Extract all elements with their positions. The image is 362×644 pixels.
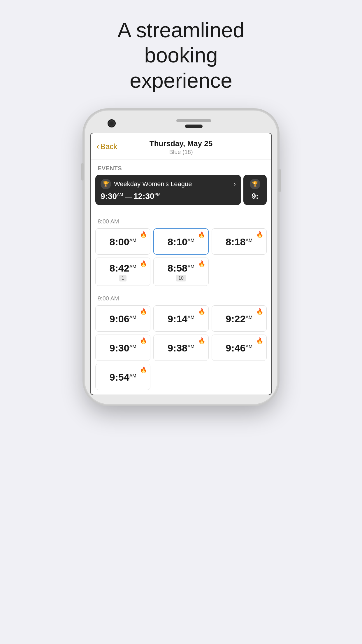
slot-time-0-2: 8:18AM	[226, 236, 252, 248]
page-headline: A streamlined booking experience	[79, 18, 283, 93]
slot-badge: 10	[176, 275, 186, 281]
app-header: ‹ Back Thursday, May 25 Blue (18)	[91, 133, 271, 160]
event-card-main[interactable]: 🏆 Weekday Women's League › 9:30AM — 12:3…	[95, 175, 241, 205]
back-button[interactable]: ‹ Back	[96, 142, 117, 151]
slot-cell-0-3[interactable]: 🔥8:42AM1	[95, 258, 150, 286]
slot-cell-1-5[interactable]: 🔥9:46AM	[212, 335, 267, 361]
speaker	[176, 119, 211, 122]
back-chevron-icon: ‹	[96, 142, 99, 151]
time-section-label-0: 8:00 AM	[91, 216, 271, 228]
event-start-time: 9:30AM	[101, 192, 123, 201]
back-label: Back	[100, 142, 117, 151]
slots-grid-1: 🔥9:06AM🔥9:14AM🔥9:22AM🔥9:30AM🔥9:38AM🔥9:46…	[91, 305, 271, 395]
slot-cell-1-6[interactable]: 🔥9:54AM	[95, 364, 150, 390]
slot-cell-1-3[interactable]: 🔥9:30AM	[95, 335, 150, 361]
fire-icon: 🔥	[256, 231, 263, 238]
time-section-1: 9:00 AM🔥9:06AM🔥9:14AM🔥9:22AM🔥9:30AM🔥9:38…	[91, 290, 271, 395]
header-title: Thursday, May 25	[98, 139, 264, 148]
slot-cell-1-1[interactable]: 🔥9:14AM	[153, 305, 208, 332]
slot-time-0-0: 8:00AM	[110, 236, 136, 248]
event-time-dash: —	[125, 192, 132, 201]
slot-time-1-2: 9:22AM	[226, 313, 252, 325]
header-subtitle: Blue (18)	[98, 149, 264, 155]
slots-grid-0: 🔥8:00AM🔥8:10AM🔥8:18AM🔥8:42AM1🔥8:58AM10	[91, 228, 271, 290]
phone-top-bar	[90, 119, 272, 128]
home-button-top	[185, 125, 203, 128]
fire-icon: 🔥	[198, 308, 205, 315]
headline-line2: experience	[130, 69, 232, 92]
slot-time-1-0: 9:06AM	[110, 313, 136, 325]
fire-icon: 🔥	[140, 337, 147, 344]
headline-line1: A streamlined booking	[117, 18, 245, 67]
slot-time-1-1: 9:14AM	[168, 313, 194, 325]
time-section-label-1: 9:00 AM	[91, 293, 271, 305]
event-title: Weekday Women's League	[114, 180, 192, 188]
slot-cell-1-4[interactable]: 🔥9:38AM	[153, 335, 208, 361]
events-row: 🏆 Weekday Women's League › 9:30AM — 12:3…	[91, 175, 271, 210]
time-section-0: 8:00 AM🔥8:00AM🔥8:10AM🔥8:18AM🔥8:42AM1🔥8:5…	[91, 214, 271, 290]
phone-shell: ‹ Back Thursday, May 25 Blue (18) EVENTS…	[85, 111, 277, 404]
trophy-icon-small: 🏆	[250, 179, 260, 189]
fire-icon: 🔥	[140, 231, 147, 238]
slot-cell-0-1[interactable]: 🔥8:10AM	[153, 228, 208, 255]
trophy-icon: 🏆	[101, 179, 111, 189]
event-small-time: 9:	[247, 192, 263, 201]
time-sections-container: 8:00 AM🔥8:00AM🔥8:10AM🔥8:18AM🔥8:42AM1🔥8:5…	[91, 214, 271, 395]
slot-time-0-3: 8:42AM	[110, 262, 136, 274]
slot-cell-1-2[interactable]: 🔥9:22AM	[212, 305, 267, 332]
slot-time-0-1: 8:10AM	[168, 236, 194, 248]
event-end-time: 12:30PM	[133, 192, 161, 201]
fire-icon: 🔥	[140, 308, 147, 315]
slot-time-1-4: 9:38AM	[168, 342, 194, 354]
fire-icon: 🔥	[140, 366, 147, 373]
fire-icon: 🔥	[140, 260, 147, 267]
event-card-small[interactable]: 🏆 9:	[243, 175, 267, 205]
fire-icon: 🔥	[198, 337, 205, 344]
fire-icon: 🔥	[256, 337, 263, 344]
slot-cell-1-0[interactable]: 🔥9:06AM	[95, 305, 150, 332]
fire-icon: 🔥	[256, 308, 263, 315]
slot-badge: 1	[119, 275, 126, 281]
divider-1	[91, 211, 271, 211]
slot-time-1-5: 9:46AM	[226, 342, 252, 354]
camera	[108, 119, 116, 127]
events-section-label: EVENTS	[91, 160, 271, 175]
event-arrow-icon: ›	[234, 180, 236, 188]
phone-screen: ‹ Back Thursday, May 25 Blue (18) EVENTS…	[90, 133, 272, 395]
slot-time-0-4: 8:58AM	[168, 262, 194, 274]
slot-cell-0-2[interactable]: 🔥8:18AM	[212, 228, 267, 255]
fire-icon: 🔥	[198, 231, 205, 238]
slot-time-1-6: 9:54AM	[110, 372, 136, 383]
slot-cell-0-4[interactable]: 🔥8:58AM10	[153, 258, 208, 286]
slot-cell-0-0[interactable]: 🔥8:00AM	[95, 228, 150, 255]
fire-icon: 🔥	[198, 260, 205, 267]
slot-time-1-3: 9:30AM	[110, 342, 136, 354]
